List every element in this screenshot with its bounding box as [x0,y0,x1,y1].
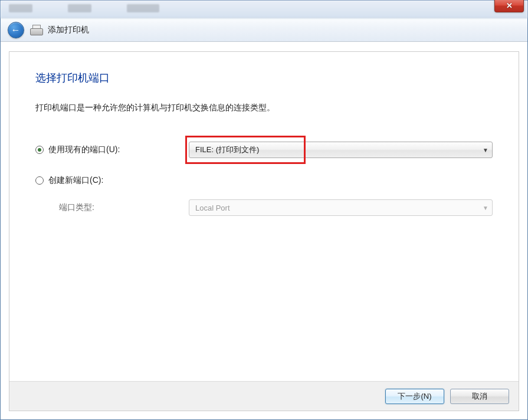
radio-existing-port-label: 使用现有的端口(U): [48,145,120,155]
next-button[interactable]: 下一步(N) [385,389,444,404]
page-heading: 选择打印机端口 [35,71,493,85]
port-type-select: Local Port ▼ [189,199,493,216]
wizard-button-bar: 下一步(N) 取消 [9,381,519,411]
port-type-label: 端口类型: [59,202,94,213]
content-inner: 选择打印机端口 打印机端口是一种允许您的计算机与打印机交换信息的连接类型。 使用… [9,52,519,217]
cancel-button-label: 取消 [472,391,487,402]
existing-port-select-wrap: FILE: (打印到文件) ▼ [189,142,493,158]
add-printer-wizard-window: ✕ ← 添加打印机 选择打印机端口 打印机端口是一种允许您的计算机与打印机交换信… [0,0,528,420]
chevron-down-icon: ▼ [483,147,488,153]
wizard-title: 添加打印机 [48,25,89,35]
chevron-down-icon: ▼ [483,205,488,211]
back-arrow-icon: ← [11,25,21,35]
existing-port-selected-value: FILE: (打印到文件) [195,145,259,155]
radio-existing-port[interactable] [35,146,44,154]
existing-port-select[interactable]: FILE: (打印到文件) ▼ [189,142,493,158]
window-titlebar [1,1,527,18]
next-button-label: 下一步(N) [398,391,431,402]
port-type-label-wrap: 端口类型: [35,202,189,213]
close-button[interactable]: ✕ [494,0,524,12]
wizard-content-panel: 选择打印机端口 打印机端口是一种允许您的计算机与打印机交换信息的连接类型。 使用… [9,51,519,411]
radio-create-port-label: 创建新端口(C): [48,175,103,186]
close-icon: ✕ [506,1,513,10]
printer-icon [30,25,42,35]
option-row-existing-port: 使用现有的端口(U): FILE: (打印到文件) ▼ [35,140,493,159]
radio-create-port[interactable] [35,176,44,185]
page-description: 打印机端口是一种允许您的计算机与打印机交换信息的连接类型。 [35,103,493,113]
cancel-button[interactable]: 取消 [450,389,509,404]
option-row-port-type: 端口类型: Local Port ▼ [35,198,493,217]
back-button[interactable]: ← [8,22,24,38]
titlebar-blurred-menu [9,4,159,12]
port-type-select-wrap: Local Port ▼ [189,199,493,216]
port-type-selected-value: Local Port [195,204,230,212]
wizard-header-bar: ← 添加打印机 [1,18,527,42]
option-row-create-port: 创建新端口(C): [35,171,493,190]
option-existing-port[interactable]: 使用现有的端口(U): [35,145,189,155]
option-create-port[interactable]: 创建新端口(C): [35,175,189,186]
